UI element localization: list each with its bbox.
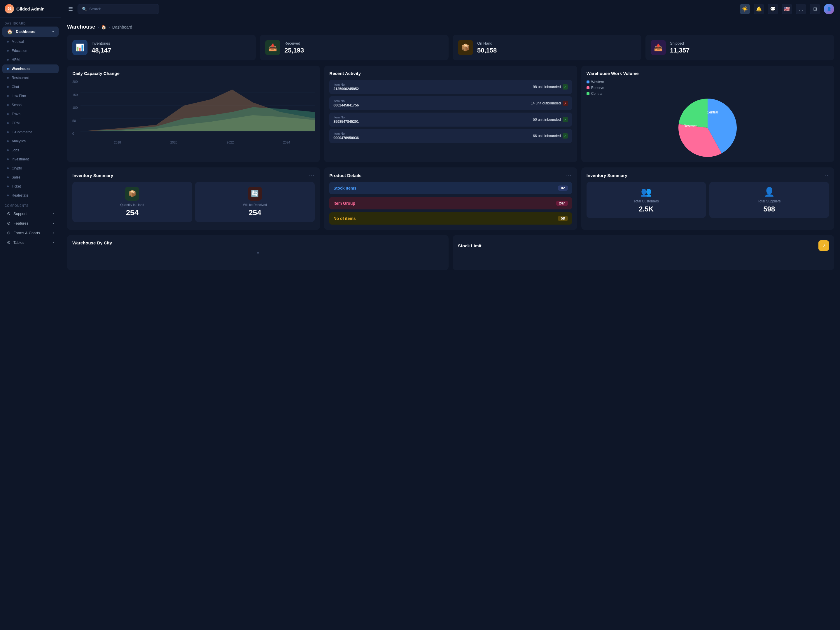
sidebar-dot [7, 131, 9, 133]
y-label-50: 50 [72, 119, 77, 123]
product-item-no-of-items: No of items 58 [329, 212, 572, 224]
stat-value: 25,193 [284, 47, 304, 54]
sidebar-dot [7, 194, 9, 196]
sidebar-item-restaurant[interactable]: Restaurant [2, 74, 58, 82]
sidebar-item-label: HRM [12, 58, 19, 62]
sidebar-item-sales[interactable]: Sales [2, 173, 58, 182]
sidebar-item-tables[interactable]: ⊙Tables› [2, 238, 58, 247]
total-suppliers-card: 👤 Total Suppliers 598 [709, 182, 829, 218]
sidebar-dot [7, 77, 9, 79]
activity-item-item-2: Item No 0002445841756 14 unit outbounded… [329, 96, 572, 110]
main-area: ☰ 🔍 ☀️ 🔔 💬 🇺🇸 ⛶ ⊞ 👤 Warehouse › 🏠 › Dash… [61, 0, 840, 630]
inv-summary-left-title: Inventory Summary [72, 173, 113, 178]
sidebar-item-hrm[interactable]: HRM [2, 55, 58, 64]
sidebar-item-label: Education [12, 49, 27, 53]
sidebar-item-school[interactable]: School [2, 101, 58, 109]
sidebar-dot [7, 59, 9, 61]
y-label-0: 0 [72, 132, 77, 135]
sidebar-item-label: CRM [12, 121, 19, 125]
stat-card-shipped: 📤 Shipped 11,357 [646, 35, 834, 60]
language-button[interactable]: 🇺🇸 [782, 4, 792, 14]
sidebar-item-chat[interactable]: Chat [2, 82, 58, 91]
legend-label-central: Central [591, 92, 603, 96]
sidebar-dot [7, 122, 9, 124]
stat-value: 48,147 [92, 47, 111, 54]
bottom-row: Warehouse By City ≡ Stock Limit ↗ [67, 235, 834, 270]
search-input[interactable] [89, 7, 148, 11]
inv-summary-cards: 👥 Total Customers 2.5K 👤 Total Suppliers… [587, 182, 829, 218]
sidebar-item-label: Dashboard [16, 30, 36, 34]
panel-menu-button[interactable]: ··· [566, 173, 572, 178]
sidebar-item-label: Traval [12, 112, 21, 116]
activity-action: 14 unit outbounded [531, 101, 561, 105]
sidebar-item-analytics[interactable]: Analytics [2, 137, 58, 145]
legend-item-reserve: Reserve [587, 86, 829, 90]
grid-button[interactable]: ⊞ [810, 4, 820, 14]
sidebar-item-medical[interactable]: Medical [2, 37, 58, 46]
sidebar-icon: ⊙ [7, 240, 11, 245]
sidebar-dot [7, 68, 9, 70]
activity-item-left: Item No 2135000245852 [333, 83, 359, 91]
product-details-panel: Product Details ··· Stock Items 02 Item … [324, 167, 577, 230]
will-receive-value: 254 [200, 208, 310, 217]
activity-item-left: Item No 3598547845201 [333, 115, 359, 124]
sidebar-item-traval[interactable]: Traval [2, 110, 58, 118]
menu-button[interactable]: ☰ [67, 5, 74, 13]
sidebar-item-realestate[interactable]: Realestate [2, 191, 58, 200]
customers-label: Total Customers [591, 199, 701, 203]
sidebar-item-education[interactable]: Education [2, 46, 58, 55]
sidebar-item-investment[interactable]: Investment [2, 155, 58, 164]
product-details-title: Product Details [329, 173, 362, 178]
activity-item-item-4: Item No 0000478950036 66 unit inbounded … [329, 129, 572, 143]
product-badge: 247 [556, 201, 568, 206]
chat-button[interactable]: 💬 [768, 4, 778, 14]
sidebar-icon: ⊙ [7, 231, 11, 235]
topbar: ☰ 🔍 ☀️ 🔔 💬 🇺🇸 ⛶ ⊞ 👤 [61, 0, 840, 18]
sidebar-item-ecommerce[interactable]: E-Commerce [2, 128, 58, 136]
sidebar-item-label: Analytics [12, 139, 26, 143]
stock-limit-button[interactable]: ↗ [818, 240, 829, 251]
sidebar-dot [7, 95, 9, 97]
sidebar-item-dashboard[interactable]: 🏠 Dashboard ▾ [2, 27, 58, 37]
panel-menu-button[interactable]: ··· [823, 173, 829, 178]
notification-button[interactable]: 🔔 [754, 4, 764, 14]
stat-info: Shipped 11,357 [670, 41, 690, 54]
total-customers-card: 👥 Total Customers 2.5K [587, 182, 706, 218]
breadcrumb-separator2: › [109, 25, 110, 30]
legend-item-central: Central [587, 92, 829, 96]
avatar[interactable]: 👤 [824, 4, 834, 14]
stat-label: On Hand [477, 41, 497, 46]
product-badge: 58 [558, 216, 568, 221]
y-label-200: 200 [72, 80, 77, 84]
qty-hand-value: 254 [77, 208, 188, 217]
panel-menu-button[interactable]: ··· [309, 173, 315, 178]
chevron-right-icon: › [53, 212, 54, 215]
daily-capacity-panel: Daily Capacity Change 200 150 100 50 0 [67, 66, 320, 162]
activity-item-no-label: Item No [333, 132, 359, 135]
sidebar-section-dashboard: DASHBOARD [0, 18, 61, 26]
activity-item-id: 3598547845201 [333, 120, 359, 124]
sidebar-item-warehouse[interactable]: Warehouse [2, 65, 58, 73]
sidebar-item-forms-charts[interactable]: ⊙Forms & Charts› [2, 228, 58, 237]
theme-toggle-button[interactable]: ☀️ [740, 4, 750, 14]
pie-chart-svg: CentralReserve [678, 99, 737, 157]
sidebar-item-crypto[interactable]: Crypto [2, 164, 58, 173]
activity-item-no-label: Item No [333, 99, 359, 103]
sidebar-item-features[interactable]: ⊙Features› [2, 218, 58, 228]
sidebar-item-law-firm[interactable]: Law Firm [2, 92, 58, 100]
sidebar-item-jobs[interactable]: Jobs [2, 146, 58, 155]
panel-header: Recent Activity [329, 71, 572, 76]
sidebar-item-crm[interactable]: CRM [2, 119, 58, 128]
legend-dot-western [587, 81, 589, 84]
legend-item-western: Western [587, 80, 829, 84]
breadcrumb-home-icon: 🏠 [101, 25, 106, 30]
sidebar-item-label: Tables [13, 240, 25, 245]
fullscreen-button[interactable]: ⛶ [796, 4, 806, 14]
sidebar-item-ticket[interactable]: Ticket [2, 182, 58, 191]
inv-summary-right-title: Inventory Summary [587, 173, 627, 178]
sidebar-item-support[interactable]: ⊙Support› [2, 209, 58, 218]
sidebar-item-label: Investment [12, 157, 29, 161]
y-label-150: 150 [72, 93, 77, 96]
suppliers-value: 598 [714, 205, 824, 213]
legend-label-reserve: Reserve [591, 86, 604, 90]
